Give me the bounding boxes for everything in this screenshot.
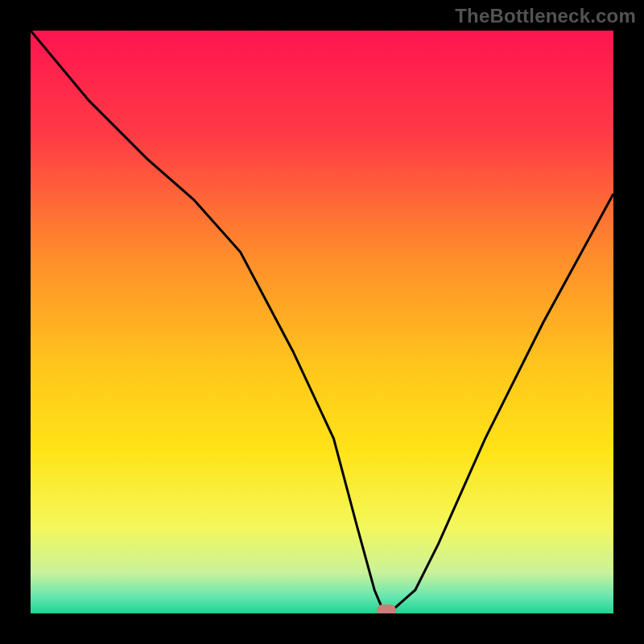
chart-background: [31, 31, 613, 613]
optimal-point-marker: [377, 605, 396, 613]
bottleneck-chart: TheBottleneck.com: [0, 0, 644, 644]
chart-svg: [31, 31, 613, 613]
plot-area: [31, 31, 613, 613]
watermark-text: TheBottleneck.com: [455, 5, 636, 27]
